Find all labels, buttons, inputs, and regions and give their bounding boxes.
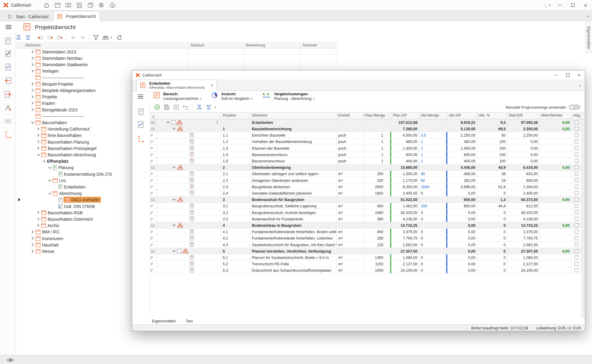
lv-column-header-position[interactable]: Position [221,112,250,119]
dialog-minimize-button[interactable] [551,70,562,80]
info-icon[interactable]: i [109,1,116,9]
lv-column-header-mehrminder[interactable]: Mehr/Minder [540,112,572,119]
lv-column-header-einheit[interactable]: Einheit [337,112,363,119]
abg-checkbox[interactable] [574,217,578,221]
expand-arrow-icon[interactable] [35,217,41,221]
lv-row[interactable]: P4.1Fundamente/Kellerwände hinterfüllen.… [150,229,584,235]
refresh-icon[interactable] [115,33,124,42]
abg-checkbox[interactable] [574,153,578,156]
lv-column-header-betrdiff[interactable]: Betr.Diff. [508,112,540,119]
abg-checkbox[interactable] [574,210,578,214]
abg-checkbox[interactable] [574,256,578,259]
lv-row[interactable]: P2.2Gelagerten Oberboden andeckenm³2501.… [150,177,584,184]
lv-row[interactable]: P5.1Planum für Sauberkeitsschicht. Breit… [150,254,584,261]
lv-row[interactable]: P5.2Trennschicht PE-Foliem²11502.127,500… [150,261,584,267]
bottom-tab-text[interactable]: Text [186,319,193,323]
back-icon[interactable] [68,33,77,42]
edit-document-icon[interactable] [4,49,12,58]
export-icon[interactable] [4,77,12,85]
collapse-arrow-icon[interactable] [172,224,176,227]
search-binoculars-icon[interactable] [101,33,110,42]
lv-row[interactable]: S0⋮Erdarbeiten107.012,589.919,229,397.09… [150,119,584,126]
aufmass-measure-icon[interactable] [137,135,145,143]
lv-row[interactable]: S13Bodenaushub für Baugruben51.022,50650… [150,196,584,203]
measure-icon[interactable] [4,131,12,139]
dialog-tab-list-dropdown-icon[interactable]: ▾ [580,84,581,88]
vergleichsmengen-selector[interactable]: AA Vergleichsmengen: Planung - Abrechnun… [262,92,314,101]
save-icon[interactable] [162,103,171,111]
indent-level-icon[interactable] [45,33,54,42]
expand-arrow-icon[interactable] [29,63,36,66]
collapse-arrow-icon[interactable] [172,250,176,253]
lv-row[interactable]: S11Baustelleneinrichtung7.380,005.130,00… [150,126,584,132]
expand-arrow-icon[interactable] [29,230,36,233]
abg-checkbox[interactable] [574,159,578,163]
bereich-dropdown-icon[interactable]: ▾ [200,97,201,100]
prognose-toggle[interactable] [569,104,580,110]
abg-checkbox[interactable] [574,243,578,246]
tab-list-dropdown-icon[interactable]: ▾ [587,15,589,18]
contact-icon[interactable] [4,104,12,112]
tab-projektuebersicht[interactable]: Projektübersicht [53,11,100,21]
bottom-tab-eigenschaften[interactable]: Eigenschaften [152,319,176,323]
expand-arrow-icon[interactable] [35,140,41,143]
abg-checkbox[interactable] [574,185,578,189]
confirm-check-icon[interactable] [152,103,162,111]
collapse-arrow-icon[interactable] [35,153,41,156]
scroll-to-bottom-icon[interactable] [204,103,213,111]
lv-row[interactable]: P2.1Oberboden abtragen und seitlich lage… [150,171,584,177]
catalog-icon[interactable] [65,1,72,9]
tab-start[interactable]: Start - CaliforniaX [3,12,53,21]
lv-row[interactable]: P1.5Baustromanschlusspsch1400,001400,001… [150,158,584,164]
cancel-box-icon[interactable] [171,103,181,111]
lv-row[interactable]: P5.3Dränschicht aus Schaumkunststoffsick… [150,267,584,274]
chart-sheet-icon[interactable] [137,121,145,129]
abg-checkbox[interactable] [574,262,578,266]
close-button[interactable]: × [579,0,592,10]
tree-item[interactable]: Stammdaten Stadtwerke [16,61,336,68]
column-header-stadium[interactable]: Stadium [188,43,244,48]
scroll-to-top-icon[interactable] [194,103,204,111]
lv-row[interactable]: P1.3Räumen der Baustellepsch11.400,0011.… [150,145,584,151]
dialog-maximize-button[interactable] [562,70,573,80]
ansicht-dropdown-icon[interactable]: ▾ [251,97,252,100]
menu-overflow-icon[interactable]: ⋮▾ [540,0,553,10]
filter-icon[interactable] [91,33,101,42]
import-icon[interactable] [4,90,12,98]
abg-checkbox[interactable] [574,268,578,272]
lv-row[interactable]: P3.3Bodenaushub für Fundamentem³3854.235… [150,216,584,222]
files-icon[interactable] [87,1,94,9]
projects-icon[interactable] [54,1,61,9]
abg-checkbox[interactable] [574,140,578,143]
settings-gear-icon[interactable] [98,1,105,9]
abg-checkbox[interactable] [574,172,578,175]
columns-icon[interactable] [4,117,12,125]
scroll-to-bottom-icon[interactable] [23,33,33,42]
lv-menu-icon[interactable] [138,94,144,99]
dialog-close-button[interactable]: × [573,70,585,80]
lv-column-header-abr[interactable]: Abr. % [477,112,508,119]
column-header-bemerkung[interactable]: Bemerkung [244,43,300,48]
lv-row[interactable]: S12Oberbodenbewegung10.880,004.446,0040,… [150,164,584,171]
vergleichsmengen-dropdown-icon[interactable]: ▾ [313,97,314,100]
expand-arrow-icon[interactable] [29,69,36,73]
collapse-arrow-icon[interactable] [29,121,36,124]
position-form-icon[interactable] [137,107,145,116]
properties-side-tab[interactable]: Eigenschaften [585,23,592,53]
dialog-tab-close-icon[interactable]: ✕ [210,83,214,87]
calculator-icon[interactable] [76,1,83,9]
expand-arrow-icon[interactable] [35,147,41,150]
collapse-arrow-icon[interactable] [46,192,53,195]
lv-row[interactable]: P2.4Gerodete Geländeflächen planierenm²1… [150,190,584,196]
home-icon[interactable] [43,1,50,9]
lv-row[interactable]: P3.2Baugrubenaushub. Aushub beseitigenm³… [150,209,584,216]
lv-row[interactable]: S15Planum herstellen, Verdichten, Verfes… [150,248,584,254]
search-dropdown-icon[interactable]: ▾ [110,36,112,39]
remove-level-icon[interactable] [55,33,64,42]
lv-row[interactable]: P4.3Sauberkeitsschicht für Baugruben, mi… [150,242,584,248]
abg-checkbox[interactable] [574,230,578,233]
expand-arrow-icon[interactable] [29,236,36,240]
filter-dropdown-icon[interactable]: ▾ [215,105,216,109]
lv-column-header-abrmenge[interactable]: Abr.Menge [419,112,447,119]
expand-arrow-icon[interactable] [29,50,36,53]
